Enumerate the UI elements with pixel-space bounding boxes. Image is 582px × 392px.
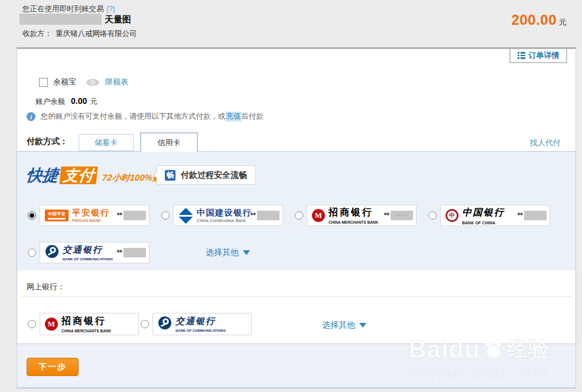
credit-card-panel: 快捷 支付 72小时100%赔付 畅 付款过程安全流畅 中国平安 平安银行 P xyxy=(17,151,576,344)
bank-option-pingan[interactable]: 中国平安 平安银行 PINGAN BANK ** xyxy=(28,204,149,227)
chang-icon: 畅 xyxy=(164,169,176,181)
censored-digits xyxy=(123,211,146,220)
cmb-logo: M xyxy=(45,318,58,331)
bank-card-boc[interactable]: 中 中国银行 BANK OF CHINA ** xyxy=(440,205,550,226)
masked-card-number: ** xyxy=(251,205,279,226)
bocom-logo xyxy=(158,316,172,332)
censored-order-name xyxy=(19,14,102,25)
recharge-link[interactable]: 充值 xyxy=(226,112,242,122)
amount-unit: 元 xyxy=(559,17,567,28)
tab-debit-card[interactable]: 储蓄卡 xyxy=(79,134,134,151)
bank-name-en: BANK OF COMMUNICATIONS xyxy=(175,329,226,332)
netbank-option-cmb[interactable]: M 招商银行 CHINA MERCHANTS BANK xyxy=(28,313,139,335)
bank-option-cmb[interactable]: M 招商银行 CHINA MERCHANTS BANK **····· xyxy=(295,204,417,227)
bank-name: 招商银行 xyxy=(61,315,111,328)
limit-table-link[interactable]: 限额表 xyxy=(105,77,128,87)
tab-debit-label: 储蓄卡 xyxy=(95,138,118,148)
bank-option-boc[interactable]: 中 中国银行 BANK OF CHINA ** xyxy=(428,204,550,227)
bank-name: 中国银行 xyxy=(462,207,505,219)
payee-label: 收款方： xyxy=(22,30,52,38)
pay-method-label: 付款方式： xyxy=(27,136,68,147)
netbank-card-cmb[interactable]: M 招商银行 CHINA MERCHANTS BANK xyxy=(40,313,139,335)
main-panel: 订单详情 余额宝 限额表 账户余额 0.00 元 i 您的账户没有可支付余额，请… xyxy=(17,47,576,388)
bank-card-bocom[interactable]: 交通银行 BANK OF COMMUNICATIONS ** xyxy=(40,242,149,263)
bank-name-en: CHINA MERCHANTS BANK xyxy=(329,221,378,225)
tab-credit-card[interactable]: 信用卡 xyxy=(140,132,198,152)
bank-card-pingan[interactable]: 中国平安 平安银行 PINGAN BANK ** xyxy=(40,205,149,226)
censored-digits xyxy=(524,211,547,220)
cmb-logo: M xyxy=(312,209,325,222)
tab-credit-label: 信用卡 xyxy=(158,138,181,148)
help-link[interactable]: [?] xyxy=(107,5,115,13)
order-details-button[interactable]: 订单详情 xyxy=(509,49,567,63)
masked-card-number: ** xyxy=(117,205,146,226)
balance-row: 账户余额 0.00 元 xyxy=(35,96,97,107)
notice-body: 您的账户没有可支付余额，请使用以下其他方式付款，或 xyxy=(41,112,226,122)
bank-name-en: BANK OF CHINA xyxy=(462,221,505,225)
yuebao-checkbox[interactable] xyxy=(39,78,48,87)
radio-boc[interactable] xyxy=(428,211,437,220)
notice-suffix: 后付款 xyxy=(242,112,264,122)
bocom-logo xyxy=(45,244,59,261)
ccb-logo xyxy=(178,208,194,224)
censored-digits xyxy=(123,248,146,257)
bank-name: 招商银行 xyxy=(329,207,378,219)
notice-text: 您正在使用即时到账交易 xyxy=(22,5,104,13)
choose-other-label: 选择其他 xyxy=(322,320,355,331)
bank-name-en: BANK OF COMMUNICATIONS xyxy=(63,257,113,261)
choose-other-card-link[interactable]: 选择其他 xyxy=(206,247,250,259)
radio-netbank-cmb[interactable] xyxy=(28,320,36,328)
netbank-option-bocom[interactable]: 交通银行 BANK OF COMMUNICATIONS xyxy=(141,313,252,335)
netbank-section: 网上银行： M 招商银行 CHINA MERCHANTS BANK xyxy=(17,270,576,344)
eye-icon[interactable] xyxy=(86,79,100,86)
choose-other-netbank-link[interactable]: 选择其他 xyxy=(322,320,366,331)
bank-name: 中国建设银行 xyxy=(197,208,252,217)
pingan-logo: 中国平安 xyxy=(45,210,69,221)
masked-card-number: **····· xyxy=(384,205,413,226)
bank-name: 平安银行 xyxy=(72,208,110,217)
yuebao-row: 余额宝 限额表 xyxy=(39,77,128,87)
bank-option-bocom[interactable]: 交通银行 BANK OF COMMUNICATIONS ** xyxy=(28,241,149,264)
payment-page: 您正在使用即时到账交易[?] 天量图 200.00 元 收款方：重庆猪八戒网络有… xyxy=(0,0,582,392)
bank-name-en: PINGAN BANK xyxy=(72,218,110,223)
quick-pay-banner: 快捷 支付 72小时100%赔付 xyxy=(27,164,170,184)
netbank-label: 网上银行： xyxy=(27,282,65,292)
quick-pay-section: 快捷 支付 72小时100%赔付 畅 付款过程安全流畅 中国平安 平安银行 P xyxy=(17,152,576,270)
radio-cmb[interactable] xyxy=(295,211,303,220)
radio-bocom[interactable] xyxy=(28,249,36,257)
choose-other-label: 选择其他 xyxy=(206,247,239,258)
netbank-card-bocom[interactable]: 交通银行 BANK OF COMMUNICATIONS xyxy=(152,313,252,335)
agent-pay-link[interactable]: 找人代付 xyxy=(530,138,561,148)
bank-name-en: CHINA MERCHANTS BANK xyxy=(61,329,111,334)
censored-digits: ····· xyxy=(391,211,413,220)
payee-line: 收款方：重庆猪八戒网络有限公司 xyxy=(22,29,137,39)
banner-kuaijie: 快捷 xyxy=(25,166,59,184)
bank-card-cmb[interactable]: M 招商银行 CHINA MERCHANTS BANK **····· xyxy=(307,205,417,226)
next-step-button[interactable]: 下一步 xyxy=(27,358,79,376)
chevron-down-icon xyxy=(243,250,250,259)
balance-notice: i 您的账户没有可支付余额，请使用以下其他方式付款，或充值后付款 xyxy=(27,112,264,122)
banner-zhifu: 支付 xyxy=(59,166,97,184)
amount-value: 200.00 xyxy=(512,12,557,28)
security-badge-text: 付款过程安全流畅 xyxy=(181,170,247,181)
boc-logo: 中 xyxy=(446,209,459,222)
bank-name: 交通银行 xyxy=(175,316,226,327)
bank-option-ccb[interactable]: 中国建设银行 China Construction Bank ** xyxy=(161,204,283,227)
list-icon xyxy=(518,52,525,59)
masked-card-number: ** xyxy=(117,243,146,263)
transaction-notice: 您正在使用即时到账交易[?] xyxy=(22,4,115,14)
radio-netbank-bocom[interactable] xyxy=(141,320,149,328)
bank-card-ccb[interactable]: 中国建设银行 China Construction Bank ** xyxy=(173,205,283,226)
dotted-divider xyxy=(22,296,571,297)
radio-ccb[interactable] xyxy=(161,211,170,220)
balance-unit: 元 xyxy=(90,97,97,107)
bank-name: 交通银行 xyxy=(63,244,113,256)
masked-card-number: ** xyxy=(518,205,547,226)
order-title: 天量图 xyxy=(105,14,131,25)
radio-pingan[interactable] xyxy=(28,211,36,220)
info-icon: i xyxy=(27,112,35,121)
security-badge: 畅 付款过程安全流畅 xyxy=(157,165,256,185)
chevron-down-icon xyxy=(359,323,366,331)
yuebao-label: 余额宝 xyxy=(53,77,76,87)
footer-bar: 下一步 xyxy=(17,345,576,387)
